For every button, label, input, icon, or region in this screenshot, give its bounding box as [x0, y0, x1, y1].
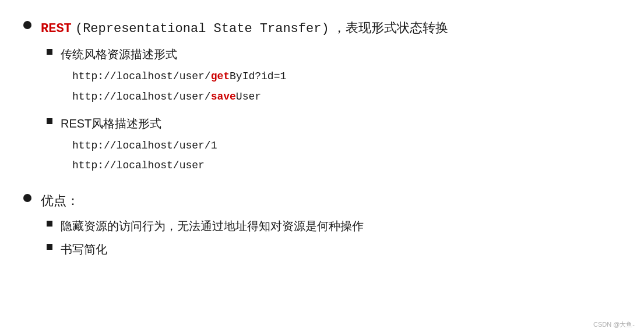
- advantage-1-bullet: 隐藏资源的访问行为，无法通过地址得知对资源是何种操作: [47, 217, 615, 235]
- bullet-advantages-content: 优点： 隐藏资源的访问行为，无法通过地址得知对资源是何种操作 书写简化: [41, 190, 615, 263]
- code-highlight-get: get: [211, 70, 230, 82]
- code-after-1: ById?id=1: [230, 70, 286, 82]
- bullet-dot-2: [23, 194, 31, 202]
- bullet-rest-text: REST (Representational State Transfer) ，…: [41, 20, 448, 35]
- bullet-advantages: 优点： 隐藏资源的访问行为，无法通过地址得知对资源是何种操作 书写简化: [23, 190, 615, 263]
- rest-parenthetical: (Representational State Transfer): [75, 22, 329, 36]
- advantages-group: 隐藏资源的访问行为，无法通过地址得知对资源是何种操作 书写简化: [47, 217, 615, 259]
- bullet-square-4: [47, 244, 52, 250]
- code-after-2: User: [236, 91, 261, 102]
- bullet-dot-1: [23, 21, 31, 29]
- advantage-2-content: 书写简化: [61, 240, 615, 259]
- code-before-2: http://localhost/user/: [72, 91, 211, 102]
- traditional-style-bullet: 传统风格资源描述形式 http://localhost/user/getById…: [47, 45, 615, 109]
- advantage-2-bullet: 书写简化: [47, 240, 615, 259]
- rest-suffix: ，表现形式状态转换: [333, 20, 448, 35]
- bullet-square-2: [47, 118, 52, 124]
- rest-url-1: http://localhost/user/1: [72, 140, 217, 151]
- bullet-square-3: [47, 221, 52, 227]
- watermark: CSDN @大鱼-: [593, 320, 635, 329]
- bullet-rest: REST (Representational State Transfer) ，…: [23, 17, 615, 183]
- traditional-style-group: 传统风格资源描述形式 http://localhost/user/getById…: [47, 45, 615, 179]
- rest-code-group: http://localhost/user/1 http://localhost…: [72, 136, 615, 175]
- advantage-1-text: 隐藏资源的访问行为，无法通过地址得知对资源是何种操作: [61, 220, 364, 232]
- traditional-style-label: 传统风格资源描述形式: [61, 48, 177, 61]
- slide-container: REST (Representational State Transfer) ，…: [0, 0, 644, 336]
- traditional-code-group: http://localhost/user/getById?id=1 http:…: [72, 67, 615, 106]
- code-highlight-save: save: [211, 91, 236, 102]
- rest-url-2: http://localhost/user: [72, 160, 205, 171]
- traditional-style-content: 传统风格资源描述形式 http://localhost/user/getById…: [61, 45, 615, 109]
- rest-style-bullet: REST风格描述形式 http://localhost/user/1 http:…: [47, 114, 615, 179]
- bullet-rest-content: REST (Representational State Transfer) ，…: [41, 17, 615, 183]
- rest-style-label: REST风格描述形式: [61, 117, 161, 130]
- rest-code-line-2: http://localhost/user: [72, 156, 615, 175]
- rest-keyword: REST: [41, 22, 72, 36]
- code-before-1: http://localhost/user/: [72, 70, 211, 82]
- traditional-code-line-2: http://localhost/user/saveUser: [72, 87, 615, 106]
- advantage-2-text: 书写简化: [61, 243, 107, 256]
- traditional-code-line-1: http://localhost/user/getById?id=1: [72, 67, 615, 86]
- rest-code-line-1: http://localhost/user/1: [72, 136, 615, 155]
- advantages-label: 优点：: [41, 193, 79, 208]
- rest-style-content: REST风格描述形式 http://localhost/user/1 http:…: [61, 114, 615, 179]
- bullet-square-1: [47, 49, 52, 55]
- advantage-1-content: 隐藏资源的访问行为，无法通过地址得知对资源是何种操作: [61, 217, 615, 235]
